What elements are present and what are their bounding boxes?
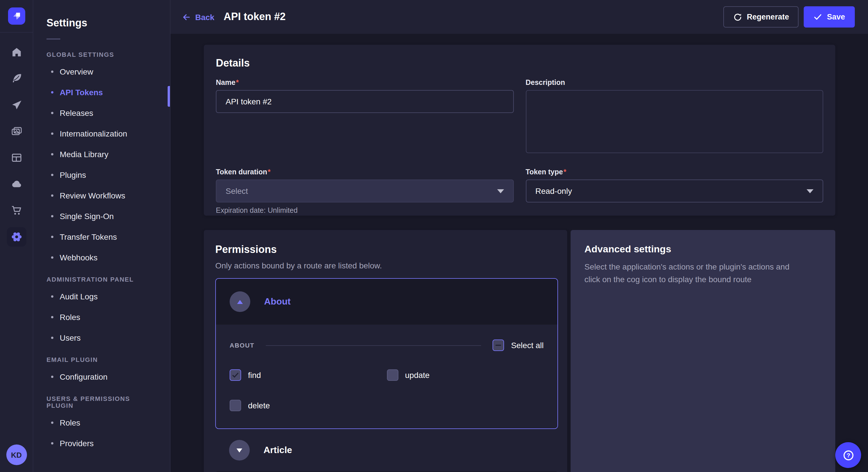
required-mark: * (236, 78, 239, 87)
sidebar-item-admin-roles[interactable]: Roles (33, 307, 170, 328)
question-icon: ? (842, 449, 855, 461)
svg-text:?: ? (846, 452, 850, 458)
strapi-logo[interactable] (8, 7, 25, 25)
chevron-down-icon (807, 189, 813, 193)
chevron-down-icon (497, 189, 504, 193)
sidebar-item-webhooks[interactable]: Webhooks (33, 247, 170, 268)
token-duration-select[interactable]: Select (216, 179, 514, 202)
token-duration-field-group: Token duration* Select Expiration date: … (216, 168, 514, 214)
permission-actions-grid: find update delete (229, 369, 544, 411)
sidebar-item-internationalization[interactable]: Internationalization (33, 123, 170, 144)
delete-checkbox[interactable] (229, 400, 241, 411)
update-checkbox[interactable] (386, 369, 398, 381)
sidebar-item-up-providers[interactable]: Providers (33, 433, 170, 453)
select-all-checkbox[interactable] (493, 339, 504, 351)
name-input[interactable] (216, 90, 514, 113)
chevron-up-icon (237, 300, 243, 304)
check-icon (232, 372, 239, 378)
chevron-down-icon (237, 448, 242, 452)
rail-bottom: KD (6, 444, 27, 472)
page-header: Back API token #2 Regenerate Save (170, 0, 868, 34)
feather-icon[interactable] (7, 69, 26, 88)
sidebar-item-audit-logs[interactable]: Audit Logs (33, 286, 170, 307)
description-label: Description (526, 78, 823, 87)
bullet-icon (51, 194, 53, 197)
token-type-value: Read-only (535, 187, 572, 196)
sidebar-item-single-sign-on[interactable]: Single Sign-On (33, 206, 170, 227)
permission-update: update (386, 369, 544, 381)
sidebar-item-up-roles[interactable]: Roles (33, 412, 170, 433)
rail-icon-list (7, 33, 26, 247)
permission-label: find (248, 370, 261, 380)
token-type-select[interactable]: Read-only (526, 179, 823, 202)
strapi-settings-app: KD Settings GLOBAL SETTINGS Overview API… (0, 0, 868, 472)
sidebar-item-api-tokens[interactable]: API Tokens (33, 82, 170, 103)
bullet-icon (51, 295, 53, 298)
permissions-head: Permissions Only actions bound by a rout… (204, 244, 567, 270)
expand-toggle-button[interactable] (229, 440, 250, 461)
save-button[interactable]: Save (804, 6, 855, 28)
main-area: Back API token #2 Regenerate Save Detail… (170, 0, 868, 472)
strapi-logo-glyph (11, 11, 22, 21)
bullet-icon (51, 337, 53, 339)
icon-rail: KD (0, 0, 33, 472)
arrow-left-icon (181, 12, 191, 22)
description-textarea[interactable] (526, 90, 823, 153)
accordion-about-header[interactable]: About (216, 279, 557, 325)
advanced-settings-description: Select the application's actions or the … (584, 261, 797, 286)
sidebar-item-plugins[interactable]: Plugins (33, 165, 170, 185)
regenerate-button[interactable]: Regenerate (723, 6, 799, 28)
bullet-icon (51, 112, 53, 114)
accordion-about: About ABOUT Select all (215, 278, 558, 429)
bullet-icon (51, 422, 53, 424)
token-duration-label: Token duration* (216, 168, 514, 176)
sidebar-item-admin-users[interactable]: Users (33, 328, 170, 348)
gear-icon[interactable] (7, 227, 26, 247)
media-library-icon[interactable] (7, 122, 26, 141)
permission-label: delete (248, 401, 270, 410)
advanced-settings-card: Advanced settings Select the application… (570, 230, 835, 472)
permission-label: update (405, 370, 430, 380)
permissions-subtitle: Only actions bound by a route are listed… (215, 261, 556, 270)
bullet-icon (51, 215, 53, 217)
collapse-toggle-button[interactable] (229, 291, 250, 312)
accordion-article-header[interactable]: Article (215, 429, 558, 471)
accordion-about-body: ABOUT Select all find (216, 325, 557, 429)
page-title: API token #2 (224, 11, 286, 23)
sidebar-item-transfer-tokens[interactable]: Transfer Tokens (33, 227, 170, 247)
subheader-divider (266, 345, 481, 345)
permission-find: find (229, 369, 386, 381)
cart-icon[interactable] (7, 201, 26, 220)
help-button[interactable]: ? (835, 442, 861, 468)
token-type-field-group: Token type* Read-only (526, 168, 823, 214)
details-form-row2: Token duration* Select Expiration date: … (216, 168, 823, 214)
paper-plane-icon[interactable] (7, 95, 26, 115)
bullet-icon (51, 256, 53, 259)
page-content: Details Name* Description Token duration… (170, 34, 868, 472)
layout-icon[interactable] (7, 148, 26, 167)
select-all-label: Select all (511, 341, 544, 350)
token-type-label: Token type* (526, 168, 823, 176)
bullet-icon (51, 442, 53, 444)
name-field-group: Name* (216, 78, 514, 156)
permission-delete: delete (229, 400, 386, 411)
active-indicator (167, 86, 170, 107)
sidebar-item-review-workflows[interactable]: Review Workflows (33, 185, 170, 206)
find-checkbox[interactable] (229, 369, 241, 381)
details-form-row1: Name* Description (216, 78, 823, 156)
home-icon[interactable] (7, 42, 26, 62)
sidebar-item-releases[interactable]: Releases (33, 103, 170, 123)
avatar[interactable]: KD (6, 444, 27, 465)
check-icon (814, 12, 823, 21)
sidebar-item-email-configuration[interactable]: Configuration (33, 367, 170, 387)
section-administration-panel: ADMINISTRATION PANEL (46, 276, 157, 283)
lower-cards-row: Permissions Only actions bound by a rout… (204, 230, 835, 472)
accordion-article-label: Article (264, 445, 292, 456)
back-link[interactable]: Back (181, 12, 214, 22)
sidebar-item-media-library[interactable]: Media Library (33, 144, 170, 165)
cloud-icon[interactable] (7, 174, 26, 194)
sidebar-item-overview[interactable]: Overview (33, 61, 170, 82)
logo-section (0, 0, 33, 33)
bullet-icon (51, 174, 53, 176)
sidebar-title: Settings (46, 17, 157, 29)
